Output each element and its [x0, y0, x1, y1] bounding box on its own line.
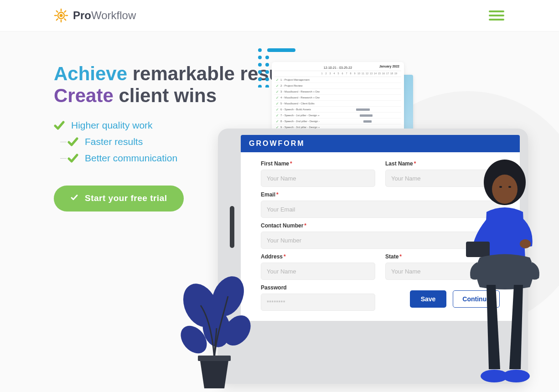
address-label: Address* [261, 253, 375, 260]
svg-point-6 [258, 63, 262, 67]
svg-rect-36 [466, 242, 490, 257]
svg-point-1 [60, 14, 63, 17]
logo-text: ProWorkflow [73, 9, 136, 22]
feature-label: Faster results [85, 136, 143, 147]
svg-point-38 [502, 370, 530, 382]
svg-point-9 [258, 70, 262, 74]
gantt-row: ✓3 - Moodboard - Research + Design… [274, 89, 401, 95]
gear-icon [54, 8, 68, 23]
check-icon [67, 136, 78, 147]
save-button[interactable]: Save [410, 290, 447, 308]
gantt-days: 12345678910111213141516171819 [274, 71, 401, 77]
first-name-input[interactable] [261, 170, 375, 187]
password-label: Password [261, 284, 375, 291]
password-field: Password [261, 284, 375, 311]
cta-label: Start your free trial [85, 193, 167, 203]
svg-point-13 [258, 77, 262, 81]
svg-point-18 [258, 85, 262, 88]
person-illustration [461, 155, 557, 392]
svg-point-32 [499, 186, 502, 188]
feature-label: Better communication [85, 153, 177, 164]
hamburger-menu-icon[interactable] [489, 10, 504, 21]
gantt-row: ✓2 - Project Review [274, 83, 401, 89]
plant-illustration [173, 264, 255, 392]
svg-point-31 [492, 175, 518, 204]
svg-point-33 [508, 186, 511, 188]
first-name-field: First Name* [261, 160, 375, 187]
gantt-row: ✓5 - Moodboard - Client Edits [274, 101, 401, 107]
address-field: Address* [261, 253, 375, 280]
check-icon [70, 193, 78, 204]
check-icon [54, 120, 65, 131]
svg-point-19 [265, 85, 269, 88]
first-name-label: First Name* [261, 160, 375, 167]
svg-point-3 [258, 48, 262, 52]
gantt-row: ✓6 - Speech - Build Assets [274, 107, 401, 113]
header: ProWorkflow [0, 0, 559, 31]
logo[interactable]: ProWorkflow [54, 8, 136, 23]
svg-rect-2 [267, 48, 295, 52]
gantt-row: ✓8 - Speech - 2nd pillar - Design + … [274, 119, 401, 124]
check-icon [67, 153, 78, 164]
svg-point-5 [265, 56, 269, 59]
svg-rect-29 [198, 356, 231, 361]
password-input[interactable] [261, 294, 375, 311]
start-free-trial-button[interactable]: Start your free trial [54, 186, 184, 211]
gantt-row: ✓4 - Moodboard - Research + Design… [274, 95, 401, 101]
tablet-notch [230, 206, 234, 248]
svg-point-4 [258, 56, 262, 59]
svg-point-10 [265, 70, 269, 74]
form-title: GROWFORM [241, 135, 520, 152]
feature-label: Higher quality work [71, 120, 153, 131]
address-input[interactable] [261, 263, 375, 280]
gantt-row: ✓7 - Speech - 1st pillar - Design + … [274, 113, 401, 119]
svg-point-35 [520, 239, 531, 248]
svg-point-14 [265, 77, 269, 81]
svg-point-7 [265, 63, 269, 67]
gantt-row: ✓1 - Project Management [274, 77, 401, 83]
gantt-month: January 2022 [379, 65, 399, 68]
